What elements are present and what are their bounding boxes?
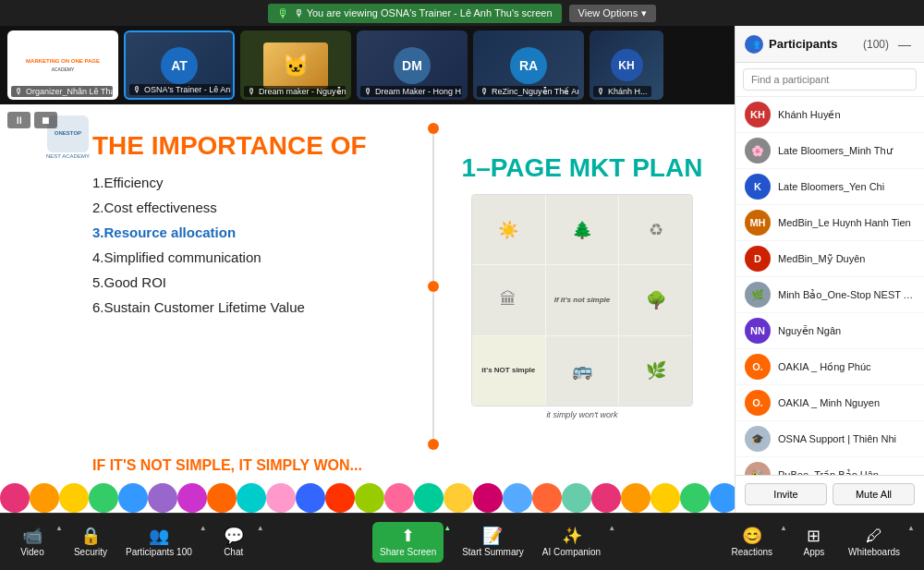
bubble xyxy=(0,483,30,513)
img-cell-7: it's NOT simple xyxy=(472,336,545,406)
thumbnail-4[interactable]: DM 🎙 Dream Maker - Hong H... xyxy=(357,30,468,100)
share-screen-button[interactable]: ⬆ Share Screen xyxy=(372,522,444,563)
slide-left: THE IMPORTANCE OF 1.Efficiency 2.Cost ef… xyxy=(92,123,409,450)
participants-list: KH Khánh Huyền 🌸 Late Bloomers_Minh Thư … xyxy=(736,97,924,475)
security-button[interactable]: 🔒 Security xyxy=(67,522,115,563)
chat-arrow-icon[interactable]: ▲ xyxy=(257,524,264,532)
list-item[interactable]: O. OAKIA _ Minh Nguyen xyxy=(736,385,924,421)
divider-line-2 xyxy=(432,292,434,439)
list-item[interactable]: MH MedBin_Le Huynh Hanh Tien xyxy=(736,205,924,241)
participants-label: Participants 100 xyxy=(126,547,192,557)
list-item[interactable]: NN Nguyễn Ngân xyxy=(736,313,924,349)
divider-dot-3 xyxy=(428,439,439,450)
participant-name: Khánh Huyền xyxy=(778,109,915,121)
img-cell-3: ♻ xyxy=(619,195,692,264)
mute-all-button[interactable]: Mute All xyxy=(833,483,915,505)
bubble xyxy=(325,483,355,513)
ai-companion-arrow-icon[interactable]: ▲ xyxy=(608,524,615,532)
share-screen-arrow-icon[interactable]: ▲ xyxy=(444,524,451,532)
list-item[interactable]: K Late Bloomers_Yen Chi xyxy=(736,169,924,205)
reactions-arrow-icon[interactable]: ▲ xyxy=(780,524,787,532)
participant-name: MedBin_Le Huynh Hanh Tien xyxy=(778,217,915,228)
thumbnail-1[interactable]: MARKETING ON ONE PAGE ACADEMY 🎙 Organize… xyxy=(7,30,118,100)
list-item[interactable]: 🌿 Minh Bảo_One-Stop NEST Acad... xyxy=(736,277,924,313)
video-area: MARKETING ON ONE PAGE ACADEMY 🎙 Organize… xyxy=(0,26,735,513)
thumbnail-3[interactable]: 🐱 🎙 Dream maker - Nguyễn... xyxy=(240,30,351,100)
list-item[interactable]: D MedBin_Mỹ Duyên xyxy=(736,241,924,277)
slide-image-box: ☀️ 🌲 ♻ 🏛 If it's not simple 🌳 it's NOT s… xyxy=(471,194,693,406)
logo-line1: ONESTOP xyxy=(55,130,81,137)
toolbar-center-group: ⬆ Share Screen ▲ 📝 Start Summary ✨ AI Co… xyxy=(372,522,615,563)
divider-dot-1 xyxy=(428,123,439,134)
avatar: 🌿 xyxy=(745,282,771,308)
bubble xyxy=(532,483,562,513)
wont-work-text: it simply won't work xyxy=(546,410,617,419)
participant-name: OAKIA _ Hồng Phúc xyxy=(778,361,915,373)
thumbnail-5[interactable]: RA 🎙 ReZinc_Nguyễn Thế An xyxy=(473,30,584,100)
participant-name: MedBin_Mỹ Duyên xyxy=(778,253,915,265)
bubble xyxy=(710,483,735,513)
share-screen-label: Share Screen xyxy=(380,547,436,557)
bubble xyxy=(207,483,237,513)
participants-panel: 👥 Participants (100) — KH Khánh Huyền 🌸 … xyxy=(735,26,924,513)
ai-companion-btn-group: ✨ AI Companion ▲ xyxy=(535,522,615,563)
video-arrow-icon[interactable]: ▲ xyxy=(55,524,63,532)
list-item[interactable]: 🐝 PuBee_Trần Bảo Hân xyxy=(736,457,924,475)
list-item[interactable]: 🌸 Late Bloomers_Minh Thư xyxy=(736,133,924,169)
view-options-button[interactable]: View Options ▾ xyxy=(569,5,657,22)
bubble xyxy=(444,483,473,513)
panel-count: (100) xyxy=(863,38,889,51)
participant-search-input[interactable] xyxy=(743,68,917,91)
slide-content: THE IMPORTANCE OF 1.Efficiency 2.Cost ef… xyxy=(0,104,735,483)
panel-close-button[interactable]: — xyxy=(894,35,915,54)
img-cell-5: If it's not simple xyxy=(546,265,619,334)
avatar: MH xyxy=(745,210,771,236)
apps-button[interactable]: ⊞ Apps xyxy=(791,522,837,563)
slide-controls: ⏸ ⏹ xyxy=(7,112,57,128)
participants-button[interactable]: 👥 Participants 100 xyxy=(118,522,200,563)
toolbar-left-group: 📹 Video ▲ 🔒 Security 👥 Participants 100 … xyxy=(9,522,264,563)
thumb-label-5: 🎙 ReZinc_Nguyễn Thế An xyxy=(477,86,578,97)
chat-button[interactable]: 💬 Chat xyxy=(211,522,257,563)
stop-button[interactable]: ⏹ xyxy=(34,112,57,128)
invite-button[interactable]: Invite xyxy=(745,483,827,505)
participants-arrow-icon[interactable]: ▲ xyxy=(200,524,207,532)
bubble xyxy=(30,483,59,513)
view-options-label: View Options xyxy=(578,7,638,18)
reactions-label: Reactions xyxy=(732,547,772,557)
logo-text-under: NEST ACADEMY xyxy=(46,153,90,160)
slide-main-row: THE IMPORTANCE OF 1.Efficiency 2.Cost ef… xyxy=(92,123,707,450)
video-label: Video xyxy=(20,547,43,557)
start-summary-button[interactable]: 📝 Start Summary xyxy=(455,522,531,563)
reactions-button[interactable]: 😊 Reactions xyxy=(724,522,780,563)
list-item[interactable]: KH Khánh Huyền xyxy=(736,97,924,133)
toolbar-right-group: 😊 Reactions ▲ ⊞ Apps 🖊 Whiteboards ▲ xyxy=(724,522,915,563)
avatar: K xyxy=(745,174,771,200)
participant-name: OAKIA _ Minh Nguyen xyxy=(778,397,915,408)
whiteboards-arrow-icon[interactable]: ▲ xyxy=(907,524,915,532)
main-layout: MARKETING ON ONE PAGE ACADEMY 🎙 Organize… xyxy=(0,26,924,513)
list-item-3: 3.Resource allocation xyxy=(92,224,409,240)
whiteboards-icon: 🖊 xyxy=(866,528,882,544)
thumbnail-2[interactable]: AT 🎙 OSNA's Trainer - Lê Anh Thu xyxy=(124,30,235,100)
video-button[interactable]: 📹 Video xyxy=(9,522,55,563)
ai-companion-button[interactable]: ✨ AI Companion xyxy=(535,522,608,563)
panel-title: Participants xyxy=(769,37,857,51)
whiteboards-button[interactable]: 🖊 Whiteboards xyxy=(841,522,907,563)
slide-right: 1–PAGE MKT PLAN ☀️ 🌲 ♻ 🏛 If it's not sim… xyxy=(457,123,707,450)
slide-list: 1.Efficiency 2.Cost effectiveness 3.Reso… xyxy=(92,175,409,315)
notice-text: 🎙 You are viewing OSNA's Trainer - Lê An… xyxy=(294,7,553,18)
bubble xyxy=(237,483,266,513)
slide-title-right: 1–PAGE MKT PLAN xyxy=(462,153,703,183)
pause-button[interactable]: ⏸ xyxy=(7,112,30,128)
list-item[interactable]: 🎓 OSNA Support | Thiên Nhi xyxy=(736,421,924,457)
panel-footer: Invite Mute All xyxy=(736,475,924,513)
list-item[interactable]: O. OAKIA _ Hồng Phúc xyxy=(736,349,924,385)
panel-search xyxy=(736,63,924,97)
bubble xyxy=(177,483,207,513)
thumbnail-6[interactable]: KH 🎙 Khánh H... xyxy=(590,30,663,100)
bubble xyxy=(296,483,325,513)
thumb-label-6: 🎙 Khánh H... xyxy=(593,86,651,97)
divider-dot-2 xyxy=(428,281,439,292)
ai-companion-icon: ✨ xyxy=(562,528,582,544)
